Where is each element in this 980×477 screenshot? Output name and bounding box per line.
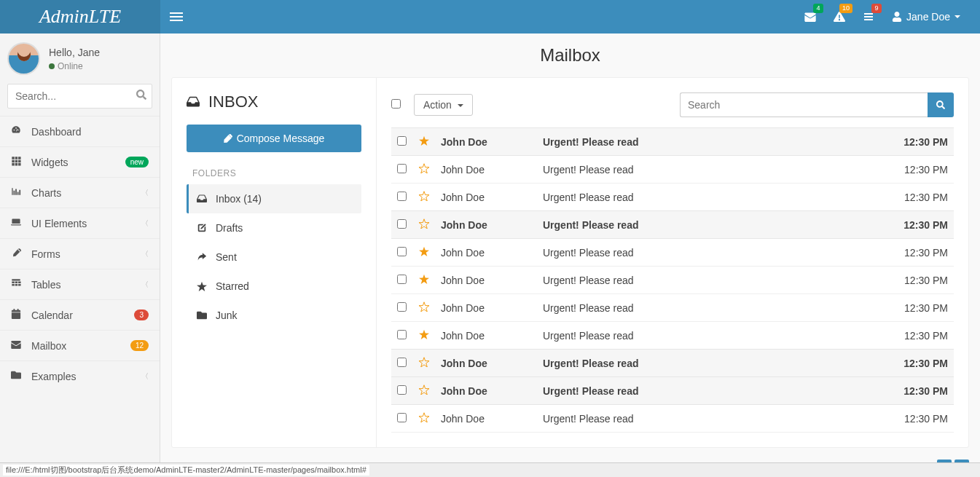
action-dropdown-label: Action (423, 99, 452, 111)
sidebar-item-label: Widgets (31, 157, 125, 168)
nav-tasks[interactable]: 9 (854, 0, 883, 33)
mail-row-checkbox[interactable] (397, 302, 407, 312)
mail-subject: Urgent! Please read (537, 350, 888, 377)
star-toggle[interactable] (419, 330, 429, 342)
mail-row[interactable]: John Doe Urgent! Please read 12:30 PM (391, 267, 954, 294)
folder-item-sent[interactable]: Sent (187, 243, 361, 272)
star-toggle[interactable] (419, 219, 429, 231)
star-toggle[interactable] (419, 302, 429, 314)
inbox-heading-text: INBOX (208, 92, 258, 111)
mail-sender: John Doe (435, 239, 537, 267)
mail-row[interactable]: John Doe Urgent! Please read 12:30 PM (391, 377, 954, 405)
star-toggle[interactable] (419, 192, 429, 203)
mail-time: 12:30 PM (888, 405, 954, 433)
mail-time: 12:30 PM (888, 267, 954, 294)
mail-row-checkbox[interactable] (397, 247, 407, 256)
mail-row[interactable]: John Doe Urgent! Please read 12:30 PM (391, 128, 954, 156)
mail-sender: John Doe (435, 211, 537, 239)
mail-search-button[interactable] (928, 92, 954, 117)
sidebar-item-widgets[interactable]: Widgetsnew (0, 147, 160, 177)
hamburger-icon (170, 10, 183, 23)
sidebar-item-forms[interactable]: Forms〈 (0, 239, 160, 269)
pencil-icon (224, 134, 232, 143)
dashboard-icon (11, 125, 26, 138)
folder-item-label: Junk (216, 310, 238, 321)
bar-icon (11, 186, 26, 199)
sidebar-item-examples[interactable]: Examples〈 (0, 361, 160, 391)
mail-row[interactable]: John Doe Urgent! Please read 12:30 PM (391, 211, 954, 239)
mail-row-checkbox[interactable] (397, 275, 407, 284)
sidebar-search (0, 84, 160, 116)
mail-time: 12:30 PM (888, 239, 954, 267)
compose-button[interactable]: Compose Message (187, 125, 361, 152)
caret-down-icon (458, 104, 463, 107)
mail-sender: John Doe (435, 294, 537, 322)
mail-row-checkbox[interactable] (397, 136, 407, 146)
sidebar-item-charts[interactable]: Charts〈 (0, 178, 160, 208)
star-toggle[interactable] (419, 275, 429, 286)
folder-item-label: Inbox (14) (216, 193, 262, 205)
nav-alerts[interactable]: 10 (825, 0, 854, 33)
mail-row[interactable]: John Doe Urgent! Please read 12:30 PM (391, 239, 954, 267)
search-icon (936, 100, 945, 109)
star-toggle[interactable] (419, 358, 429, 369)
mail-row-checkbox[interactable] (397, 413, 407, 422)
avatar[interactable] (7, 42, 40, 75)
mail-row-checkbox[interactable] (397, 330, 407, 339)
mail-search-input[interactable] (680, 92, 928, 117)
sidebar-item-mailbox[interactable]: Mailbox12 (0, 331, 160, 360)
sidebar-menu: Dashboard Widgetsnew Charts〈 UI Elements… (0, 116, 160, 391)
sidebar-search-button[interactable] (136, 90, 146, 102)
th-icon (11, 156, 26, 168)
folder-item-inbox[interactable]: Inbox (14) (187, 184, 361, 213)
sidebar-search-input[interactable] (7, 84, 152, 109)
star-icon (419, 412, 429, 422)
star-icon (419, 191, 429, 201)
star-toggle[interactable] (419, 385, 429, 397)
sidebar-item-tables[interactable]: Tables〈 (0, 269, 160, 299)
folder-item-starred[interactable]: Starred (187, 272, 361, 301)
star-icon (419, 385, 429, 395)
sidebar-toggle[interactable] (160, 0, 192, 33)
mail-time: 12:30 PM (888, 377, 954, 405)
mail-row-checkbox[interactable] (397, 192, 407, 201)
sidebar-item-label: Calendar (31, 310, 134, 321)
sidebar-item-dashboard[interactable]: Dashboard (0, 117, 160, 146)
nav-messages[interactable]: 4 (796, 0, 825, 33)
folder-item-drafts[interactable]: Drafts (187, 213, 361, 243)
star-toggle[interactable] (419, 247, 429, 259)
folder-item-junk[interactable]: Junk (187, 301, 361, 330)
mail-sender: John Doe (435, 405, 537, 433)
sidebar-item-ui-elements[interactable]: UI Elements〈 (0, 208, 160, 238)
brand-logo[interactable]: AdminLTE (0, 0, 160, 33)
mail-subject: Urgent! Please read (537, 294, 888, 322)
mail-row-checkbox[interactable] (397, 358, 407, 367)
mail-row[interactable]: John Doe Urgent! Please read 12:30 PM (391, 184, 954, 211)
sidebar-item-label: Tables (31, 279, 141, 291)
mail-time: 12:30 PM (888, 211, 954, 239)
mail-row[interactable]: John Doe Urgent! Please read 12:30 PM (391, 156, 954, 184)
mail-toolbar: Action (391, 92, 954, 117)
mail-row[interactable]: John Doe Urgent! Please read 12:30 PM (391, 405, 954, 433)
folder-item-label: Starred (216, 280, 249, 292)
star-toggle[interactable] (419, 136, 429, 148)
action-dropdown[interactable]: Action (414, 94, 473, 116)
star-toggle[interactable] (419, 164, 429, 176)
nav-user-menu[interactable]: Jane Doe (883, 0, 969, 33)
sidebar-item-label: Dashboard (31, 126, 149, 138)
star-toggle[interactable] (419, 413, 429, 425)
mail-row-checkbox[interactable] (397, 385, 407, 395)
calendar-icon (11, 309, 26, 321)
sidebar-item-calendar[interactable]: Calendar3 (0, 300, 160, 330)
mail-row-checkbox[interactable] (397, 164, 407, 173)
mail-row[interactable]: John Doe Urgent! Please read 12:30 PM (391, 350, 954, 377)
pencil-square-icon (197, 223, 207, 233)
mail-row[interactable]: John Doe Urgent! Please read 12:30 PM (391, 294, 954, 322)
inbox-heading: INBOX (187, 92, 361, 111)
folder-list: Inbox (14)DraftsSentStarredJunk (187, 184, 361, 330)
edit-icon (11, 248, 26, 260)
mail-row[interactable]: John Doe Urgent! Please read 12:30 PM (391, 322, 954, 350)
select-all-checkbox[interactable] (391, 99, 401, 109)
mail-row-checkbox[interactable] (397, 219, 407, 229)
mail-sender: John Doe (435, 128, 537, 156)
